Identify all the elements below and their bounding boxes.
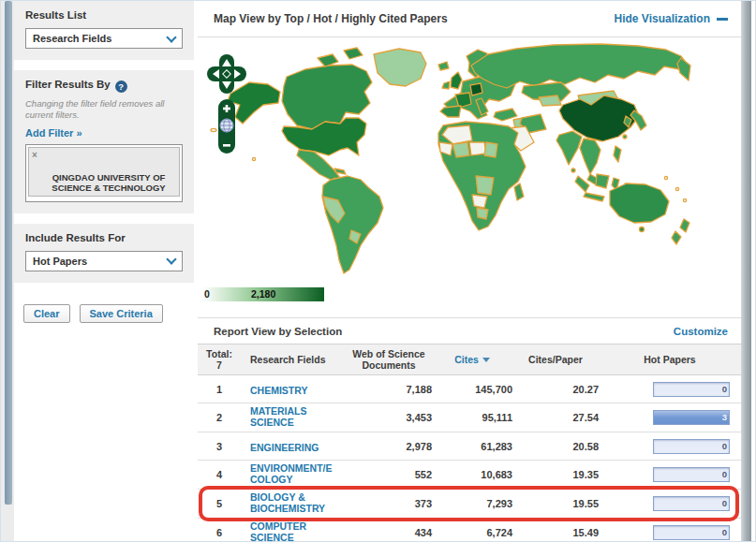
rank-cell: 4 bbox=[198, 469, 241, 480]
country-australia bbox=[610, 183, 669, 223]
collapse-minus-icon bbox=[717, 18, 728, 21]
customize-link[interactable]: Customize bbox=[674, 326, 728, 337]
help-icon[interactable]: ? bbox=[115, 81, 127, 93]
cites-cell: 7,293 bbox=[432, 498, 512, 509]
hide-visualization-link[interactable]: Hide Visualization bbox=[615, 12, 728, 25]
column-header-cites[interactable]: Cites bbox=[432, 354, 512, 365]
column-header-hot-papers: Hot Papers bbox=[599, 354, 741, 365]
hide-visualization-label: Hide Visualization bbox=[615, 12, 710, 25]
central-asia bbox=[539, 95, 561, 106]
legend-min-value: 0 bbox=[204, 288, 210, 300]
documents-cell: 373 bbox=[346, 498, 432, 509]
hot-papers-bar: 0 bbox=[653, 382, 730, 397]
left-scrollbar-track bbox=[1, 1, 14, 541]
table-row: 3 ENGINEERING 2,978 61,283 20.58 0 bbox=[198, 432, 741, 461]
country-spain bbox=[440, 106, 461, 117]
sidebar-buttons: Clear Save Criteria bbox=[14, 293, 194, 334]
cites-per-paper-cell: 19.35 bbox=[512, 469, 599, 480]
kamchatka bbox=[677, 58, 690, 81]
rank-cell: 6 bbox=[198, 527, 241, 538]
table-body: 1 CHEMISTRY 7,188 145,700 20.27 0 2 MATE… bbox=[198, 375, 741, 542]
hot-papers-bar: 0 bbox=[653, 467, 730, 482]
world-choropleth-map bbox=[198, 37, 741, 286]
field-link[interactable]: COMPUTER SCIENCE bbox=[250, 520, 306, 542]
field-link[interactable]: ENGINEERING bbox=[250, 442, 319, 453]
include-results-value: Hot Papers bbox=[33, 256, 87, 267]
right-scrollbar[interactable] bbox=[741, 1, 751, 541]
main-panel: Map View by Top / Hot / Highly Cited Pap… bbox=[198, 1, 741, 541]
save-criteria-button[interactable]: Save Criteria bbox=[80, 304, 163, 323]
results-list-value: Research Fields bbox=[33, 33, 111, 44]
country-philippines bbox=[614, 146, 621, 162]
pacific-island bbox=[664, 176, 667, 179]
results-list-label: Results List bbox=[25, 9, 183, 21]
table-row-highlighted: 5 BIOLOGY & BIOCHEMISTRY 373 7,293 19.55… bbox=[198, 490, 741, 519]
country-sri-lanka bbox=[571, 168, 575, 172]
zoom-in-icon bbox=[226, 105, 229, 112]
documents-cell: 3,453 bbox=[346, 412, 432, 423]
chevron-down-icon bbox=[166, 255, 176, 265]
cites-per-paper-cell: 15.49 bbox=[512, 527, 599, 538]
map-visualization: 0 2,180 bbox=[198, 37, 741, 318]
table-row: 2 MATERIALS SCIENCE 3,453 95,111 27.54 3 bbox=[198, 403, 741, 432]
cites-cell: 145,700 bbox=[432, 384, 512, 395]
sort-descending-icon bbox=[482, 358, 490, 362]
table-row: 6 COMPUTER SCIENCE 434 6,724 15.49 0 bbox=[198, 519, 741, 542]
remove-filter-icon[interactable]: × bbox=[32, 150, 37, 162]
active-filters-box: × QINGDAO UNIVERSITY OF SCIENCE & TECHNO… bbox=[25, 144, 183, 202]
rank-cell: 3 bbox=[198, 441, 241, 452]
hot-papers-value: 0 bbox=[722, 469, 727, 479]
country-mali bbox=[452, 142, 469, 157]
field-link[interactable]: ENVIRONMENT/E COLOGY bbox=[250, 462, 333, 485]
country-java bbox=[584, 193, 604, 201]
total-label: Total: bbox=[198, 348, 241, 359]
field-link[interactable]: BIOLOGY & BIOCHEMISTRY bbox=[250, 491, 325, 514]
cites-cell: 61,283 bbox=[432, 441, 512, 452]
country-india bbox=[556, 131, 582, 165]
cites-per-paper-cell: 20.58 bbox=[512, 441, 599, 452]
add-filter-link[interactable]: Add Filter » bbox=[25, 127, 82, 139]
zoom-out-icon bbox=[223, 144, 230, 147]
cites-per-paper-cell: 27.54 bbox=[512, 412, 599, 423]
clear-button[interactable]: Clear bbox=[23, 304, 70, 323]
map-pan-zoom-controls[interactable] bbox=[207, 52, 248, 157]
sidebar: Results List Research Fields Filter Resu… bbox=[14, 1, 194, 334]
pan-control bbox=[207, 54, 246, 94]
cites-cell: 10,683 bbox=[432, 469, 512, 480]
legend-max-value: 2,180 bbox=[251, 288, 275, 300]
hot-papers-value: 0 bbox=[722, 527, 727, 537]
south-america bbox=[322, 176, 383, 273]
hot-papers-value: 0 bbox=[722, 384, 727, 394]
country-greenland bbox=[374, 49, 426, 86]
country-borneo bbox=[596, 174, 609, 188]
southeast-asia bbox=[580, 139, 600, 174]
rank-cell: 2 bbox=[198, 412, 241, 423]
documents-cell: 434 bbox=[346, 527, 432, 538]
table-row: 4 ENVIRONMENT/E COLOGY 552 10,683 19.35 … bbox=[198, 461, 741, 490]
rank-cell: 1 bbox=[198, 384, 241, 395]
include-results-select[interactable]: Hot Papers bbox=[25, 251, 183, 271]
map-view-header: Map View by Top / Hot / Highly Cited Pap… bbox=[198, 1, 741, 37]
country-uk bbox=[451, 72, 462, 89]
column-header-total: Total: 7 bbox=[198, 348, 241, 371]
left-scrollbar-thumb[interactable] bbox=[5, 1, 12, 505]
country-turkey bbox=[494, 109, 517, 121]
country-taiwan bbox=[623, 135, 627, 139]
field-link[interactable]: CHEMISTRY bbox=[250, 385, 307, 396]
rank-cell: 5 bbox=[198, 498, 241, 509]
results-list-select[interactable]: Research Fields bbox=[25, 28, 183, 49]
new-zealand-south bbox=[672, 231, 681, 244]
country-russia bbox=[471, 44, 687, 88]
country-ireland bbox=[442, 81, 450, 89]
report-view-title: Report View by Selection bbox=[214, 326, 342, 337]
include-results-section: Include Results For Hot Papers bbox=[14, 224, 194, 283]
column-header-cites-per-paper: Cites/Paper bbox=[512, 354, 599, 365]
hawaii bbox=[252, 157, 255, 160]
pacific-island bbox=[683, 198, 686, 201]
country-namibia bbox=[477, 208, 488, 219]
new-zealand-north bbox=[680, 219, 689, 232]
field-link[interactable]: MATERIALS SCIENCE bbox=[250, 405, 306, 428]
chevron-down-icon bbox=[166, 32, 176, 42]
results-list-section: Results List Research Fields bbox=[14, 1, 194, 60]
hot-papers-value: 0 bbox=[722, 441, 727, 451]
